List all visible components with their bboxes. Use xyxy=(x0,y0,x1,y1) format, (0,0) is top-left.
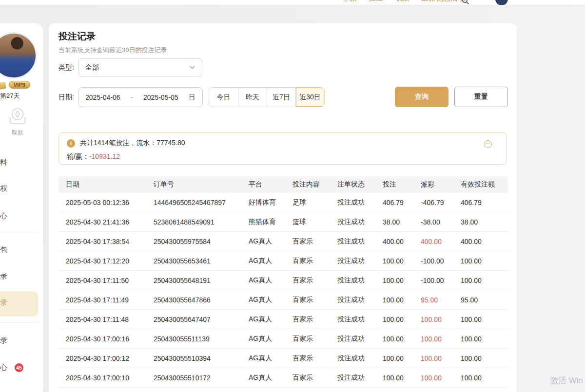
cell-platform: 熊猫体育 xyxy=(249,218,292,226)
cell-status: 投注成功 xyxy=(337,315,383,324)
cell-date: 2025-04-30 17:00:12 xyxy=(66,355,154,362)
cell-platform: AG真人 xyxy=(249,373,292,382)
sidebar-item-profile[interactable]: 料 xyxy=(0,158,7,167)
quick-date-group: 今日 昨天 近7日 近30日 xyxy=(209,87,325,107)
cell-content: 篮球 xyxy=(292,218,337,226)
cell-order: 250430055510394 xyxy=(154,355,249,362)
vip-day-text: 第27天 xyxy=(0,92,20,100)
cell-payout: 100.00 xyxy=(421,316,461,323)
notification-badge: 45 xyxy=(15,363,23,372)
cell-date: 2025-04-30 17:00:16 xyxy=(66,335,154,343)
cell-bet: 38.00 xyxy=(383,218,421,226)
cell-order: 250430055975584 xyxy=(154,238,249,245)
date-end-value: 2025-05-05 xyxy=(143,93,178,101)
cell-order: 250430055647866 xyxy=(154,296,249,304)
chevron-down-icon xyxy=(190,66,195,69)
withdraw-label: 取款 xyxy=(5,129,30,137)
topbar-avatar[interactable] xyxy=(495,0,508,5)
cell-bet: 100.00 xyxy=(383,257,421,265)
cell-content: 百家乐 xyxy=(292,257,337,265)
table-header-row: 日期 订单号 平台 投注内容 注单状态 投注 派彩 有效投注额 xyxy=(58,176,508,193)
quick-btn-30days[interactable]: 近30日 xyxy=(295,88,324,107)
summary-line2: 输/赢：-10931.12 xyxy=(67,152,120,161)
quick-btn-today[interactable]: 今日 xyxy=(209,88,238,107)
cell-content: 百家乐 xyxy=(292,315,337,324)
col-header-valid: 有效投注额 xyxy=(461,180,508,189)
cell-platform: AG真人 xyxy=(249,296,292,304)
cell-valid: 406.79 xyxy=(461,199,508,206)
collapse-minus-icon[interactable] xyxy=(484,140,492,148)
cell-content: 百家乐 xyxy=(292,237,337,246)
cell-valid: 100.00 xyxy=(461,355,508,362)
cell-date: 2025-04-30 17:11:49 xyxy=(66,296,154,304)
cell-content: 百家乐 xyxy=(292,335,337,343)
table-row: 2025-04-30 17:12:20250430055653461AG真人百家… xyxy=(58,251,508,271)
sidebar-item-privileges[interactable]: 权 xyxy=(0,184,7,193)
date-range-input[interactable]: 2025-04-06 - 2025-05-05 日 xyxy=(78,87,203,107)
reset-button[interactable]: 重置 xyxy=(454,87,508,107)
cell-date: 2025-04-30 17:12:20 xyxy=(66,257,154,265)
nav-item-deposit[interactable]: 存款 xyxy=(342,0,357,3)
quick-btn-7days[interactable]: 近7日 xyxy=(267,88,295,107)
table-row: 2025-04-30 17:11:48250430055647407AG真人百家… xyxy=(58,310,508,329)
table-body: 2025-05-03 00:12:361446496505245467897好博… xyxy=(58,193,508,388)
type-select[interactable]: 全部 xyxy=(78,58,202,76)
top-navbar: 存款 投注 取款 最新优惠活动 xyxy=(0,0,585,5)
table-row: 2025-04-30 17:11:50250430055648191AG真人百家… xyxy=(58,271,508,290)
info-icon: i xyxy=(67,139,75,148)
cell-date: 2025-04-30 17:38:54 xyxy=(66,238,154,245)
cell-status: 投注成功 xyxy=(337,237,383,246)
sidebar-item-bet-records[interactable]: 录 xyxy=(0,298,7,307)
vip-badge: VIP3 xyxy=(9,81,30,89)
cell-order: 250430055653461 xyxy=(154,257,249,265)
nav-item-bet[interactable]: 投注 xyxy=(369,0,383,3)
cell-payout: 100.00 xyxy=(421,374,461,382)
cell-content: 足球 xyxy=(292,198,337,207)
cell-payout: 100.00 xyxy=(421,335,461,343)
windows-activation-watermark: 激活 Win xyxy=(550,375,583,386)
sidebar-item-message-center[interactable]: 心 xyxy=(0,363,7,372)
col-header-bet: 投注 xyxy=(383,180,421,189)
winloss-value: -10931.12 xyxy=(89,152,120,160)
cell-order: 1446496505245467897 xyxy=(154,199,249,206)
table-row: 2025-04-30 17:38:54250430055975584AG真人百家… xyxy=(58,232,508,251)
col-header-order: 订单号 xyxy=(154,180,249,189)
date-range-separator: - xyxy=(131,93,133,101)
cell-valid: 100.00 xyxy=(461,257,508,265)
sidebar-item-center[interactable]: 心 xyxy=(0,211,7,221)
cell-order: 5238061488549091 xyxy=(154,218,249,226)
sidebar-item-records[interactable]: 录 xyxy=(0,272,7,281)
cell-status: 投注成功 xyxy=(337,296,383,304)
nav-item-promotions[interactable]: 最新优惠活动 xyxy=(421,0,465,3)
cell-bet: 100.00 xyxy=(383,374,421,382)
cell-platform: AG真人 xyxy=(249,276,292,285)
withdraw-quick-action[interactable]: 取款 xyxy=(5,107,30,137)
cell-platform: AG真人 xyxy=(249,335,292,343)
search-icon[interactable] xyxy=(462,0,469,5)
cell-payout: -100.00 xyxy=(421,257,461,265)
sidebar-item-other-records[interactable]: 录 xyxy=(0,336,7,345)
cell-valid: 400.00 xyxy=(461,238,508,245)
cell-bet: 400.00 xyxy=(383,238,421,245)
cell-payout: -100.00 xyxy=(421,277,461,284)
cell-platform: AG真人 xyxy=(249,237,292,246)
sidebar-item-wallet[interactable]: 包 xyxy=(0,245,7,255)
col-header-date: 日期 xyxy=(66,180,154,189)
sidebar-divider xyxy=(0,233,38,233)
search-button[interactable]: 查询 xyxy=(395,87,448,107)
cell-date: 2025-04-30 17:11:48 xyxy=(66,316,154,323)
page-title: 投注记录 xyxy=(58,30,96,43)
cell-valid: 100.00 xyxy=(461,335,508,343)
bet-records-table: 日期 订单号 平台 投注内容 注单状态 投注 派彩 有效投注额 2025-05-… xyxy=(58,176,508,388)
cell-platform: AG真人 xyxy=(249,354,292,363)
cell-order: 250430055510172 xyxy=(154,374,249,382)
quick-btn-yesterday[interactable]: 昨天 xyxy=(238,88,267,107)
cell-content: 百家乐 xyxy=(292,296,337,304)
cell-valid: 100.00 xyxy=(461,316,508,323)
cell-order: 250430055511139 xyxy=(154,335,249,343)
sidebar-divider xyxy=(0,322,38,323)
table-row: 2025-04-30 21:41:365238061488549091熊猫体育篮… xyxy=(58,212,508,232)
type-select-value: 全部 xyxy=(85,63,99,72)
nav-item-withdraw[interactable]: 取款 xyxy=(395,0,410,3)
summary-line1: i 共计1414笔投注，流水：77745.80 xyxy=(67,139,185,148)
